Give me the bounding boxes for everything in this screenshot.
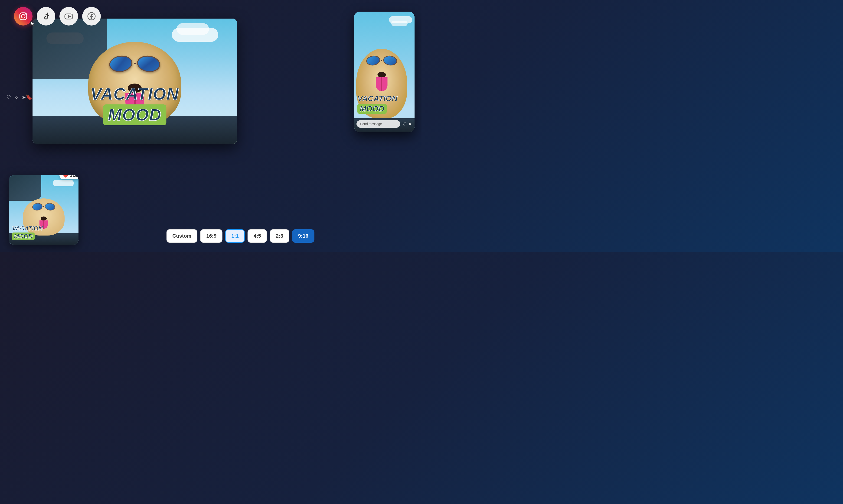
small-vacation-text: VACATION MOOD — [12, 225, 43, 240]
send-message-bar: Send message ♡ ➤ — [356, 120, 412, 128]
send-message-input[interactable]: Send message — [356, 120, 400, 128]
ratio-4-5-button[interactable]: 4:5 — [248, 229, 267, 243]
like-badge: ❤️ 316 — [59, 175, 78, 179]
heart-icon: ❤️ — [63, 175, 69, 178]
ratio-custom-button[interactable]: Custom — [166, 229, 197, 243]
svg-point-1 — [21, 14, 25, 18]
vacation-line1: VACATION — [90, 85, 179, 104]
tall-mood-line: MOOD — [360, 104, 384, 113]
comment-icon[interactable]: ○ — [15, 94, 18, 101]
mood-line1: MOOD — [108, 106, 162, 124]
social-icons-row — [14, 7, 101, 25]
svg-point-2 — [25, 14, 26, 15]
facebook-icon[interactable] — [82, 7, 101, 25]
tall-vacation-line1: VACATION — [357, 94, 398, 103]
main-scene: VACATION MOOD — [0, 0, 421, 252]
svg-marker-4 — [68, 15, 71, 18]
small-preview-container: VACATION MOOD ❤️ 316 ♡ ○ ➤ — [4, 92, 34, 101]
ratio-16-9-button[interactable]: 16:9 — [200, 229, 223, 243]
main-vacation-text: VACATION MOOD — [90, 85, 179, 125]
youtube-icon[interactable] — [59, 7, 78, 25]
bookmark-icon[interactable]: 🔖 — [26, 94, 32, 101]
ratio-2-3-button[interactable]: 2:3 — [270, 229, 289, 243]
ratio-1-1-button[interactable]: 1:1 — [225, 229, 245, 243]
main-preview-card: VACATION MOOD — [33, 19, 237, 144]
tall-vacation-text: VACATION MOOD — [357, 94, 398, 114]
heart-outline-icon[interactable]: ♡ — [6, 94, 11, 101]
send-action-icon[interactable]: ➤ — [408, 121, 412, 127]
ratio-buttons-row: Custom 16:9 1:1 4:5 2:3 9:16 — [166, 229, 314, 243]
tiktok-icon[interactable] — [37, 7, 55, 25]
tall-preview-card: VACATION MOOD Send message ♡ ➤ — [354, 12, 415, 132]
share-icon[interactable]: ➤ — [22, 94, 26, 101]
ratio-9-16-button[interactable]: 9:16 — [292, 229, 314, 243]
cursor-pointer — [30, 20, 36, 27]
small-preview-card: VACATION MOOD ❤️ 316 — [9, 175, 78, 245]
small-vacation-line1: VACATION — [12, 225, 43, 232]
like-count: 316 — [70, 175, 77, 178]
heart-action-icon[interactable]: ♡ — [402, 121, 406, 127]
small-mood-line: MOOD — [14, 233, 33, 240]
